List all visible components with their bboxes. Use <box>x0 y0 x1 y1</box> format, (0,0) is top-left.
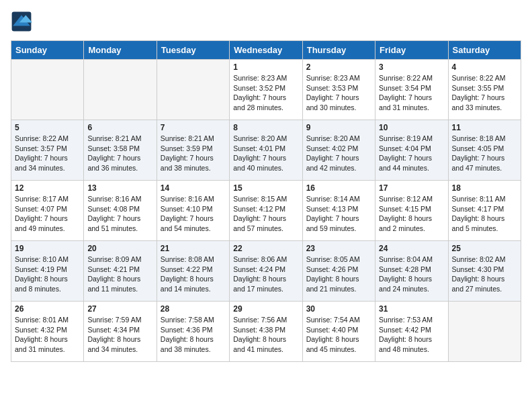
day-info: Sunrise: 8:12 AM Sunset: 4:15 PM Dayligh… <box>379 194 444 234</box>
day-number: 3 <box>379 62 444 72</box>
day-info: Sunrise: 8:21 AM Sunset: 3:58 PM Dayligh… <box>87 134 152 173</box>
logo-icon <box>11 11 32 32</box>
day-info: Sunrise: 7:58 AM Sunset: 4:36 PM Dayligh… <box>161 315 226 355</box>
header <box>11 11 521 32</box>
calendar-cell: 1Sunrise: 8:23 AM Sunset: 3:52 PM Daylig… <box>230 60 302 120</box>
day-info: Sunrise: 8:21 AM Sunset: 3:59 PM Dayligh… <box>161 134 226 173</box>
calendar-cell <box>448 302 521 362</box>
day-info: Sunrise: 8:04 AM Sunset: 4:28 PM Dayligh… <box>379 255 444 294</box>
day-info: Sunrise: 8:14 AM Sunset: 4:13 PM Dayligh… <box>306 194 371 234</box>
day-info: Sunrise: 8:18 AM Sunset: 4:05 PM Dayligh… <box>452 134 517 173</box>
calendar-cell: 6Sunrise: 8:21 AM Sunset: 3:58 PM Daylig… <box>84 120 157 181</box>
day-info: Sunrise: 8:06 AM Sunset: 4:24 PM Dayligh… <box>233 255 298 294</box>
day-header-monday: Monday <box>84 41 157 60</box>
calendar-cell: 20Sunrise: 8:09 AM Sunset: 4:21 PM Dayli… <box>84 241 157 302</box>
day-info: Sunrise: 8:10 AM Sunset: 4:19 PM Dayligh… <box>15 255 80 294</box>
day-info: Sunrise: 8:01 AM Sunset: 4:32 PM Dayligh… <box>15 315 80 355</box>
day-header-tuesday: Tuesday <box>157 41 229 60</box>
calendar-cell: 5Sunrise: 8:22 AM Sunset: 3:57 PM Daylig… <box>11 120 84 181</box>
calendar-cell: 9Sunrise: 8:20 AM Sunset: 4:02 PM Daylig… <box>302 120 375 181</box>
day-info: Sunrise: 8:20 AM Sunset: 4:02 PM Dayligh… <box>306 134 371 173</box>
calendar-cell: 23Sunrise: 8:05 AM Sunset: 4:26 PM Dayli… <box>302 241 375 302</box>
calendar-cell: 15Sunrise: 8:15 AM Sunset: 4:12 PM Dayli… <box>230 181 302 241</box>
day-info: Sunrise: 8:02 AM Sunset: 4:30 PM Dayligh… <box>452 255 517 294</box>
calendar-cell: 16Sunrise: 8:14 AM Sunset: 4:13 PM Dayli… <box>302 181 375 241</box>
day-info: Sunrise: 8:20 AM Sunset: 4:01 PM Dayligh… <box>233 134 298 173</box>
calendar-cell <box>157 60 229 120</box>
day-number: 28 <box>161 304 226 314</box>
calendar-cell: 18Sunrise: 8:11 AM Sunset: 4:17 PM Dayli… <box>448 181 521 241</box>
day-info: Sunrise: 8:17 AM Sunset: 4:07 PM Dayligh… <box>15 194 80 234</box>
calendar-cell: 10Sunrise: 8:19 AM Sunset: 4:04 PM Dayli… <box>375 120 448 181</box>
day-number: 17 <box>379 183 444 193</box>
day-number: 11 <box>452 123 517 132</box>
day-info: Sunrise: 8:08 AM Sunset: 4:22 PM Dayligh… <box>161 255 226 294</box>
day-number: 18 <box>452 183 517 193</box>
day-number: 23 <box>306 244 371 253</box>
calendar-cell: 22Sunrise: 8:06 AM Sunset: 4:24 PM Dayli… <box>230 241 302 302</box>
calendar-cell: 14Sunrise: 8:16 AM Sunset: 4:10 PM Dayli… <box>157 181 229 241</box>
day-number: 7 <box>161 123 226 132</box>
day-info: Sunrise: 8:16 AM Sunset: 4:10 PM Dayligh… <box>161 194 226 234</box>
day-info: Sunrise: 8:22 AM Sunset: 3:57 PM Dayligh… <box>15 134 80 173</box>
day-number: 14 <box>161 183 226 193</box>
calendar-cell: 24Sunrise: 8:04 AM Sunset: 4:28 PM Dayli… <box>375 241 448 302</box>
day-number: 10 <box>379 123 444 132</box>
day-info: Sunrise: 8:16 AM Sunset: 4:08 PM Dayligh… <box>87 194 152 234</box>
calendar-cell: 29Sunrise: 7:56 AM Sunset: 4:38 PM Dayli… <box>230 302 302 362</box>
day-number: 13 <box>87 183 152 193</box>
day-info: Sunrise: 7:59 AM Sunset: 4:34 PM Dayligh… <box>87 315 152 355</box>
calendar-cell: 17Sunrise: 8:12 AM Sunset: 4:15 PM Dayli… <box>375 181 448 241</box>
day-header-sunday: Sunday <box>11 41 84 60</box>
day-number: 31 <box>379 304 444 314</box>
day-number: 25 <box>452 244 517 253</box>
calendar-cell: 7Sunrise: 8:21 AM Sunset: 3:59 PM Daylig… <box>157 120 229 181</box>
calendar-cell: 2Sunrise: 8:23 AM Sunset: 3:53 PM Daylig… <box>302 60 375 120</box>
day-number: 20 <box>87 244 152 253</box>
day-number: 12 <box>15 183 80 193</box>
calendar-cell: 30Sunrise: 7:54 AM Sunset: 4:40 PM Dayli… <box>302 302 375 362</box>
day-number: 9 <box>306 123 371 132</box>
calendar-cell: 28Sunrise: 7:58 AM Sunset: 4:36 PM Dayli… <box>157 302 229 362</box>
calendar-cell: 19Sunrise: 8:10 AM Sunset: 4:19 PM Dayli… <box>11 241 84 302</box>
calendar-cell: 12Sunrise: 8:17 AM Sunset: 4:07 PM Dayli… <box>11 181 84 241</box>
day-number: 30 <box>306 304 371 314</box>
day-info: Sunrise: 8:22 AM Sunset: 3:55 PM Dayligh… <box>452 73 517 113</box>
day-info: Sunrise: 7:56 AM Sunset: 4:38 PM Dayligh… <box>233 315 298 355</box>
day-header-thursday: Thursday <box>302 41 375 60</box>
calendar-cell: 27Sunrise: 7:59 AM Sunset: 4:34 PM Dayli… <box>84 302 157 362</box>
calendar-cell: 13Sunrise: 8:16 AM Sunset: 4:08 PM Dayli… <box>84 181 157 241</box>
day-header-saturday: Saturday <box>448 41 521 60</box>
day-info: Sunrise: 8:09 AM Sunset: 4:21 PM Dayligh… <box>87 255 152 294</box>
day-info: Sunrise: 8:23 AM Sunset: 3:53 PM Dayligh… <box>306 73 371 113</box>
day-number: 2 <box>306 62 371 72</box>
calendar-cell: 26Sunrise: 8:01 AM Sunset: 4:32 PM Dayli… <box>11 302 84 362</box>
day-number: 24 <box>379 244 444 253</box>
day-info: Sunrise: 8:23 AM Sunset: 3:52 PM Dayligh… <box>233 73 298 113</box>
calendar-cell: 4Sunrise: 8:22 AM Sunset: 3:55 PM Daylig… <box>448 60 521 120</box>
day-number: 21 <box>161 244 226 253</box>
calendar-cell: 25Sunrise: 8:02 AM Sunset: 4:30 PM Dayli… <box>448 241 521 302</box>
day-info: Sunrise: 8:05 AM Sunset: 4:26 PM Dayligh… <box>306 255 371 294</box>
day-number: 4 <box>452 62 517 72</box>
calendar-cell <box>11 60 84 120</box>
day-info: Sunrise: 8:22 AM Sunset: 3:54 PM Dayligh… <box>379 73 444 113</box>
calendar-cell: 8Sunrise: 8:20 AM Sunset: 4:01 PM Daylig… <box>230 120 302 181</box>
logo <box>11 11 35 32</box>
day-number: 5 <box>15 123 80 132</box>
day-info: Sunrise: 8:19 AM Sunset: 4:04 PM Dayligh… <box>379 134 444 173</box>
day-info: Sunrise: 8:11 AM Sunset: 4:17 PM Dayligh… <box>452 194 517 234</box>
day-header-wednesday: Wednesday <box>230 41 302 60</box>
day-number: 1 <box>233 62 298 72</box>
day-number: 8 <box>233 123 298 132</box>
day-number: 29 <box>233 304 298 314</box>
calendar-cell: 3Sunrise: 8:22 AM Sunset: 3:54 PM Daylig… <box>375 60 448 120</box>
day-info: Sunrise: 8:15 AM Sunset: 4:12 PM Dayligh… <box>233 194 298 234</box>
day-number: 16 <box>306 183 371 193</box>
day-number: 26 <box>15 304 80 314</box>
calendar-cell: 31Sunrise: 7:53 AM Sunset: 4:42 PM Dayli… <box>375 302 448 362</box>
day-number: 15 <box>233 183 298 193</box>
day-number: 6 <box>87 123 152 132</box>
day-number: 19 <box>15 244 80 253</box>
day-info: Sunrise: 7:53 AM Sunset: 4:42 PM Dayligh… <box>379 315 444 355</box>
